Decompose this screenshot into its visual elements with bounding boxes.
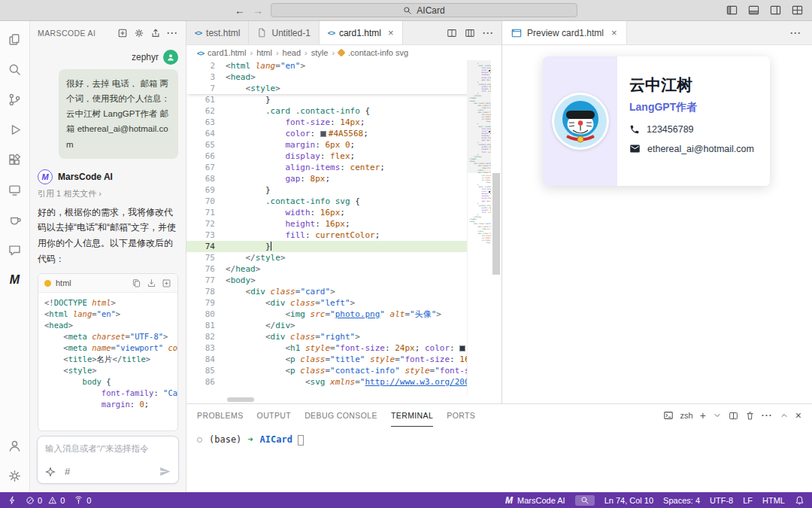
toggle-sidebar-icon[interactable]	[726, 5, 738, 16]
tab-card1-html[interactable]: <> card1.html ×	[320, 21, 403, 44]
marscode-ai-icon[interactable]: M	[0, 265, 30, 295]
more-actions-icon[interactable]: ···	[762, 410, 773, 421]
extensions-icon[interactable]	[0, 144, 30, 175]
share-icon[interactable]	[150, 28, 161, 38]
code-line[interactable]: 86 <svg xmlns="http://www.w3.org/200	[186, 376, 501, 388]
code-editor[interactable]: 2<html lang="en">3<head>7 <style> 61 }62…	[186, 60, 501, 403]
code-line[interactable]: 66 display: flex;	[186, 151, 501, 162]
account-icon[interactable]	[0, 430, 30, 461]
tab-terminal[interactable]: TERMINAL	[391, 404, 433, 427]
terminal-content[interactable]: (base) ➜ AICard	[186, 427, 812, 492]
breadcrumb-style[interactable]: style	[311, 48, 329, 57]
code-line[interactable]: 80 <img src="photo.png" alt="头像">	[186, 309, 501, 320]
tab-untitled-1[interactable]: Untitled-1	[249, 21, 319, 44]
code-line[interactable]: 65 margin: 6px 0;	[186, 139, 501, 151]
benchmark-cup-icon[interactable]	[0, 205, 30, 235]
code-line[interactable]: 64 color: #4A5568;	[186, 128, 501, 139]
code-line[interactable]: 62 .card .contact-info {	[186, 105, 501, 117]
context-hash-button[interactable]: #	[65, 466, 70, 477]
code-line[interactable]: 68 gap: 8px;	[186, 173, 501, 184]
close-tab-icon[interactable]: ×	[388, 28, 394, 38]
code-line[interactable]: 3<head>	[186, 71, 501, 83]
encoding[interactable]: UTF-8	[710, 496, 733, 505]
breadcrumb-head[interactable]: head	[283, 48, 301, 57]
settings-gear-icon[interactable]	[134, 28, 144, 38]
breadcrumb-file[interactable]: card1.html	[208, 48, 246, 57]
layout-columns-icon[interactable]	[465, 28, 475, 38]
nav-forward-icon[interactable]: →	[253, 5, 263, 17]
reference-link[interactable]: 引用 1 相关文件 ›	[38, 188, 178, 199]
command-center-search[interactable]: AICard	[271, 3, 577, 17]
more-actions-icon[interactable]: ···	[167, 28, 178, 38]
copy-icon[interactable]	[132, 278, 141, 288]
tab-problems[interactable]: PROBLEMS	[197, 404, 244, 427]
code-line[interactable]: 61 }	[186, 94, 501, 105]
apply-code-icon[interactable]	[147, 278, 156, 288]
breadcrumb-selector[interactable]: .contact-info svg	[348, 48, 408, 57]
explorer-icon[interactable]	[0, 24, 30, 54]
search-status[interactable]	[575, 495, 595, 506]
run-debug-icon[interactable]	[0, 114, 30, 144]
send-icon[interactable]	[159, 466, 171, 477]
code-line[interactable]: 69 }	[186, 184, 501, 196]
notifications[interactable]	[795, 495, 804, 505]
skill-sparkle-icon[interactable]	[45, 467, 56, 477]
code-line[interactable]: 76</head>	[186, 263, 501, 275]
code-line[interactable]: 78 <div class="card">	[186, 286, 501, 297]
code-line[interactable]: 72 height: 16px;	[186, 218, 501, 230]
code-line[interactable]: 67 align-items: center;	[186, 162, 501, 173]
tab-debug-console[interactable]: DEBUG CONSOLE	[304, 404, 377, 427]
search-icon[interactable]	[0, 54, 30, 84]
tab-ports[interactable]: PORTS	[447, 404, 475, 427]
language-mode[interactable]: HTML	[762, 496, 785, 505]
tab-test-html[interactable]: <> test.html	[186, 21, 249, 44]
chevron-down-icon[interactable]	[713, 411, 722, 420]
scrollbar-thumb[interactable]	[227, 397, 254, 402]
ports-indicator[interactable]: 0	[74, 495, 91, 505]
code-line[interactable]: 84 <p class="title" style="font-size: 16	[186, 354, 501, 365]
nav-back-icon[interactable]: ←	[235, 5, 245, 17]
minimap[interactable]: } .card .contact-info { font-size: 14px;…	[467, 60, 491, 396]
chevron-up-icon[interactable]	[780, 411, 789, 420]
breadcrumb-html[interactable]: html	[256, 48, 272, 57]
tab-preview-card1[interactable]: Preview card1.html ×	[502, 21, 627, 44]
settings-gear-icon[interactable]	[0, 461, 30, 491]
close-panel-icon[interactable]: ×	[795, 410, 801, 421]
code-line[interactable]: 83 <h1 style="font-size: 24px; color:	[186, 342, 501, 354]
code-line[interactable]: 77<body>	[186, 275, 501, 286]
cursor-position[interactable]: Ln 74, Col 10	[604, 496, 653, 505]
editor-horizontal-scrollbar[interactable]	[226, 396, 467, 403]
source-control-icon[interactable]	[0, 84, 30, 114]
code-line[interactable]: 70 .contact-info svg {	[186, 196, 501, 207]
code-line[interactable]: 71 width: 16px;	[186, 207, 501, 218]
code-line[interactable]: 81 </div>	[186, 320, 501, 331]
code-line[interactable]: 7 <style>	[186, 83, 501, 94]
chat-icon[interactable]	[0, 235, 30, 265]
new-terminal-icon[interactable]: +	[700, 410, 706, 421]
marscode-status[interactable]: M MarsCode AI	[505, 495, 565, 506]
code-line[interactable]: 74 }	[186, 241, 501, 252]
problems-indicator[interactable]: 0 0	[26, 496, 65, 505]
trash-icon[interactable]	[745, 411, 755, 421]
chat-history[interactable]: zephyr 很好，去掉 电话， 邮箱 两个词，使用我的个人信息： 云中江树 L…	[30, 45, 186, 431]
eol-sequence[interactable]: LF	[743, 496, 753, 505]
remote-indicator[interactable]	[8, 496, 17, 505]
code-line[interactable]: 79 <div class="left">	[186, 297, 501, 309]
remote-explorer-icon[interactable]	[0, 175, 30, 205]
code-line[interactable]: 2<html lang="en">	[186, 60, 501, 71]
new-chat-icon[interactable]	[117, 28, 128, 38]
toggle-panel-icon[interactable]	[748, 5, 759, 16]
chat-input[interactable]: 输入消息或者"/"来选择指令 #	[37, 436, 179, 484]
split-terminal-icon[interactable]	[729, 411, 738, 421]
more-actions-icon[interactable]: ···	[483, 28, 494, 38]
code-line[interactable]: 75 </style>	[186, 252, 501, 263]
close-preview-icon[interactable]: ×	[611, 28, 617, 38]
tab-output[interactable]: OUTPUT	[257, 404, 292, 427]
split-editor-icon[interactable]	[447, 28, 457, 38]
insert-code-icon[interactable]	[162, 278, 171, 288]
code-line[interactable]: 63 font-size: 14px;	[186, 117, 501, 128]
toggle-secondary-sidebar-icon[interactable]	[770, 5, 781, 16]
editor-vertical-scrollbar[interactable]	[491, 60, 501, 396]
indentation[interactable]: Spaces: 4	[663, 496, 700, 505]
shell-label[interactable]: zsh	[680, 411, 693, 420]
